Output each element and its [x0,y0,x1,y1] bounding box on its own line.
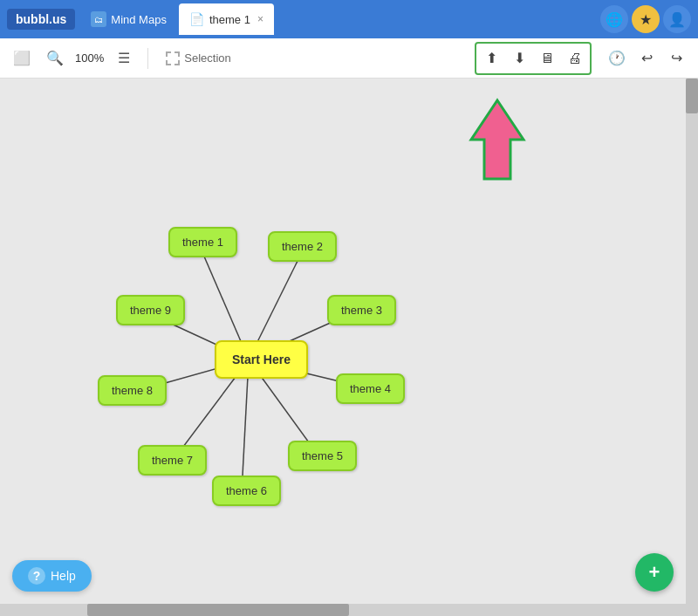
node-center[interactable]: Start Here [215,340,308,379]
selection-btn[interactable]: Selection [159,48,237,69]
toolbar: ⬜ 🔍 100% ☰ Selection ⬆ ⬇ 🖥 🖨 🕐 ↩ ↪ [0,38,698,79]
share-btn[interactable]: ⬆ [478,45,504,72]
arrow-annotation [462,96,532,183]
zoom-icon[interactable]: 🔍 [42,45,68,72]
help-button[interactable]: ? Help [12,560,92,592]
scrollbar-bottom-thumb[interactable] [87,604,349,616]
node-theme7[interactable]: theme 7 [138,445,207,476]
add-icon: + [649,561,660,584]
node-theme6[interactable]: theme 6 [212,476,281,506]
toolbar-right-group: ⬆ ⬇ 🖥 🖨 [475,42,592,75]
scrollbar-right-thumb[interactable] [686,79,698,113]
active-tab[interactable]: 📄 theme 1 × [179,3,274,35]
active-tab-label: theme 1 [209,13,250,26]
help-label: Help [51,569,76,583]
download-btn[interactable]: ⬇ [506,45,532,72]
canvas-area[interactable]: Start Here theme 1 theme 2 theme 3 theme… [0,79,698,616]
node-theme4[interactable]: theme 4 [336,373,405,404]
selection-dashed-icon [166,51,180,65]
zoom-level: 100% [75,51,104,65]
frame-btn[interactable]: ⬜ [9,45,35,72]
navbar: bubbl.us 🗂 Mind Maps 📄 theme 1 × 🌐 ★ 👤 [0,0,698,38]
add-button[interactable]: + [635,553,674,592]
separator-1 [147,48,148,69]
history-btn[interactable]: 🕐 [604,45,630,72]
globe-btn[interactable]: 🌐 [600,5,628,33]
mind-maps-label: Mind Maps [111,13,167,26]
selection-label: Selection [184,51,230,65]
redo-btn[interactable]: ↪ [663,45,689,72]
toolbar-history-group: 🕐 ↩ ↪ [604,45,689,72]
undo-btn[interactable]: ↩ [633,45,660,72]
help-question-icon: ? [28,567,45,585]
screen-btn[interactable]: 🖥 [534,45,560,72]
scrollbar-bottom[interactable] [0,604,686,616]
menu-btn[interactable]: ☰ [111,45,137,72]
print-btn[interactable]: 🖨 [562,45,588,72]
tab-close-btn[interactable]: × [257,13,263,25]
tab-file-icon: 📄 [189,12,204,26]
mind-maps-icon: 🗂 [91,11,106,27]
svg-marker-9 [471,100,524,179]
mindmap-lines [0,79,681,599]
node-theme3[interactable]: theme 3 [327,295,396,325]
user-btn[interactable]: 👤 [663,5,691,33]
node-theme2[interactable]: theme 2 [268,231,337,262]
mind-maps-tab[interactable]: 🗂 Mind Maps [82,6,175,32]
scrollbar-right[interactable] [686,79,698,616]
logo[interactable]: bubbl.us [7,9,75,30]
star-btn[interactable]: ★ [632,5,660,33]
node-theme8[interactable]: theme 8 [98,375,167,406]
node-theme1[interactable]: theme 1 [168,227,237,257]
node-theme5[interactable]: theme 5 [288,441,357,471]
node-theme9[interactable]: theme 9 [116,295,185,325]
